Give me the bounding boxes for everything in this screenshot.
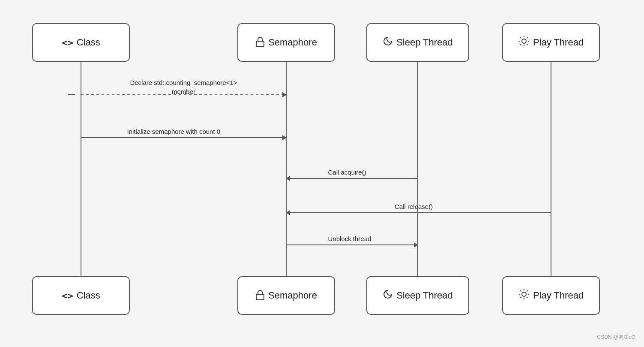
message-text-msg4: Call release(): [395, 203, 433, 210]
class-label: Class: [77, 37, 100, 48]
play_thread-label: Play Thread: [533, 290, 584, 301]
semaphore-icon: [255, 36, 265, 49]
lifeline-class: [81, 62, 81, 276]
sleep_thread-icon: [383, 289, 393, 302]
actor-sleep_thread-bot: Sleep Thread: [366, 276, 469, 315]
play_thread-icon: [518, 36, 530, 49]
svg-point-2: [522, 39, 526, 43]
actor-semaphore-bot: Semaphore: [237, 276, 335, 315]
svg-line-7: [520, 37, 521, 38]
svg-line-9: [527, 37, 528, 38]
message-line-msg2: [81, 137, 286, 138]
actor-class-top: <>Class: [32, 23, 130, 62]
sleep_thread-label: Sleep Thread: [396, 290, 453, 301]
actor-play_thread-bot: Play Thread: [502, 276, 600, 315]
message-text-msg3: Call acquire(): [328, 169, 366, 176]
svg-rect-0: [256, 41, 264, 47]
lifeline-play_thread: [551, 62, 551, 276]
svg-line-18: [527, 290, 528, 291]
class-label: Class: [77, 290, 100, 301]
actor-play_thread-top: Play Thread: [502, 23, 600, 62]
class-icon: <>: [62, 37, 73, 48]
sleep_thread-label: Sleep Thread: [396, 37, 453, 48]
play_thread-icon: [518, 289, 530, 302]
svg-line-17: [527, 297, 528, 298]
message-line-msg4: [286, 212, 551, 213]
sleep_thread-icon: [383, 36, 393, 49]
sequence-diagram: <>Class<>Class Semaphore Semaphore Sleep…: [0, 0, 644, 347]
semaphore-icon: [255, 289, 265, 302]
actor-sleep_thread-top: Sleep Thread: [366, 23, 469, 62]
message-text-msg2: Initialize semaphore with count 0: [127, 128, 221, 135]
class-icon: <>: [62, 290, 73, 301]
svg-line-16: [520, 290, 521, 291]
message-text-msg5: Unblock thread: [328, 235, 371, 242]
svg-rect-1: [256, 294, 264, 300]
svg-line-10: [520, 44, 521, 45]
play_thread-label: Play Thread: [533, 37, 584, 48]
actor-class-bot: <>Class: [32, 276, 130, 315]
message-line-msg3: [286, 178, 418, 179]
message-line-msg5: [286, 244, 418, 245]
actor-semaphore-top: Semaphore: [237, 23, 335, 62]
svg-line-19: [520, 297, 521, 298]
svg-point-11: [522, 292, 526, 296]
msg1-stub: [68, 94, 75, 95]
semaphore-label: Semaphore: [268, 37, 317, 48]
message-text-msg1: Declare std::counting_semaphore<1>member: [128, 78, 240, 96]
watermark: CSDN @泡沫oO: [597, 334, 635, 341]
semaphore-label: Semaphore: [268, 290, 317, 301]
svg-line-8: [527, 44, 528, 45]
